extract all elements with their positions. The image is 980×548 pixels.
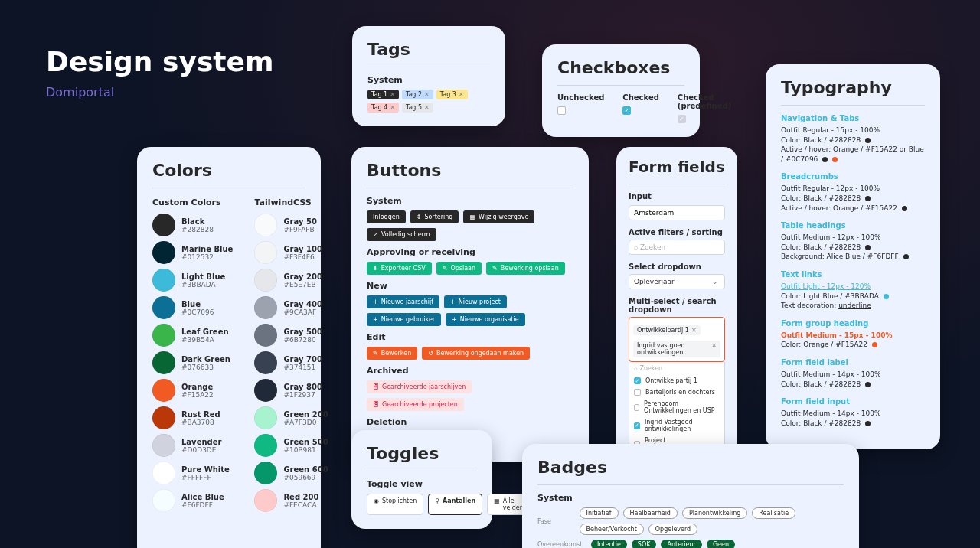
button[interactable]: ✎Bewerken — [367, 347, 417, 360]
checkbox[interactable]: ✓ — [634, 377, 641, 384]
card-title: Checkboxes — [557, 58, 684, 77]
badge: Geen — [707, 540, 735, 548]
button[interactable]: +Nieuwe jaarschijf — [367, 295, 439, 308]
toggle-option[interactable]: ◉Stoplichten — [367, 494, 423, 515]
checkbox[interactable]: ✓ — [634, 422, 640, 429]
checkbox[interactable]: ✓ — [678, 115, 686, 123]
swatch-name: Gray 400 — [283, 300, 322, 308]
badge: Realisatie — [752, 507, 795, 519]
button-label: Volledig scherm — [381, 231, 430, 238]
swatch-hex: #F3F4F6 — [283, 253, 322, 261]
tag[interactable]: Tag 3 ✕ — [436, 90, 468, 99]
page-subtitle: Domiportal — [46, 85, 273, 99]
badge: Intentie — [591, 540, 627, 548]
swatch-name: Gray 50 — [283, 217, 317, 226]
swatch-circle — [254, 379, 277, 402]
swatch-circle — [152, 296, 175, 319]
close-icon[interactable]: ✕ — [390, 104, 395, 111]
select-dropdown[interactable]: Opleverjaar — [629, 274, 725, 289]
dropdown-option[interactable]: ✓Ingrid Vastgoed ontwikkelingen — [629, 416, 724, 435]
button[interactable]: ⤢Volledig scherm — [367, 228, 436, 241]
checkbox-state: Checked (predefined)✓ — [678, 93, 731, 123]
chip[interactable]: Ingrid vastgoed ontwikkelingen ✕ — [633, 341, 720, 357]
button[interactable]: 🗄Gearchiveerde projecten — [367, 398, 464, 411]
button[interactable]: +Nieuwe gebruiker — [367, 313, 441, 326]
checkbox[interactable]: ✓ — [622, 106, 631, 115]
color-swatch: Leaf Green#39B54A — [152, 324, 233, 347]
close-icon[interactable]: ✕ — [711, 342, 717, 356]
color-dot — [902, 206, 907, 211]
swatch-circle — [152, 351, 175, 374]
close-icon[interactable]: ✕ — [390, 91, 395, 98]
close-icon[interactable]: ✕ — [424, 104, 430, 111]
option-label: Perenboom Ontwikkelingen en USP — [644, 400, 720, 414]
select-label: Select dropdown — [629, 263, 725, 271]
tag[interactable]: Tag 4 ✕ — [368, 103, 399, 113]
button[interactable]: 🗄Gearchiveerde jaarschijven — [367, 380, 472, 393]
button[interactable]: Inloggen — [367, 210, 406, 223]
color-dot — [865, 196, 871, 201]
close-icon[interactable]: ✕ — [459, 91, 464, 98]
toggle-icon: ⚲ — [435, 497, 439, 511]
swatch-hex: #A7F3D0 — [283, 419, 328, 426]
swatch-circle — [254, 324, 277, 347]
button-label: Bewerking ongedaan maken — [436, 350, 524, 357]
color-dot — [884, 294, 889, 299]
swatch-hex: #9CA3AF — [283, 308, 322, 316]
button[interactable]: ↺Bewerking ongedaan maken — [422, 347, 530, 360]
button-icon: 🗄 — [373, 383, 379, 390]
search-placeholder[interactable]: ⌕ Zoeken — [629, 362, 724, 375]
checkboxes-card: Checkboxes UncheckedChecked✓Checked (pre… — [542, 44, 700, 137]
typo-line: Background: Alice Blue / #F6FDFF — [781, 252, 925, 262]
card-title: Toggles — [367, 444, 477, 463]
close-icon[interactable]: ✕ — [424, 91, 430, 98]
swatch-hex: #6B7280 — [283, 336, 322, 344]
tag[interactable]: Tag 1 ✕ — [368, 90, 399, 99]
search-label: Active filters / sorting — [629, 228, 725, 236]
button[interactable]: ✎Opslaan — [436, 262, 482, 275]
swatch-name: Green 200 — [283, 410, 328, 419]
tags-card: Tags System Tag 1 ✕Tag 2 ✕Tag 3 ✕Tag 4 ✕… — [352, 26, 505, 126]
checkbox-label: Unchecked — [557, 93, 604, 102]
swatch-circle — [254, 462, 277, 484]
button[interactable]: ↕Sortering — [410, 210, 459, 223]
color-dot — [865, 245, 871, 250]
button[interactable]: ✎Bewerking opslaan — [486, 262, 565, 275]
dropdown-option[interactable]: Perenboom Ontwikkelingen en USP — [629, 398, 724, 416]
swatch-name: Leaf Green — [181, 328, 229, 336]
card-title: Typography — [781, 78, 925, 97]
tag[interactable]: Tag 5 ✕ — [402, 103, 433, 113]
text-input[interactable] — [629, 205, 725, 220]
checkbox[interactable] — [634, 404, 639, 411]
typo-line: Outfit Medium - 12px - 100% — [781, 233, 925, 243]
badges-card: Badges System FaseInitiatiefHaalbaarheid… — [522, 444, 859, 548]
dropdown-option[interactable]: Barteljoris en dochters — [629, 387, 724, 398]
typo-title: Navigation & Tabs — [781, 113, 925, 124]
button[interactable]: ▦Wijzig weergave — [463, 210, 534, 223]
chip[interactable]: Ontwikkelpartij 1 ✕ — [633, 325, 701, 335]
button[interactable]: +Nieuw project — [444, 295, 507, 308]
button[interactable]: +Nieuwe organisatie — [446, 313, 525, 326]
search-input[interactable]: ⌕ Zoeken — [629, 240, 725, 255]
dropdown-option[interactable]: ✓Ontwikkelpartij 1 — [629, 375, 724, 387]
section-label: System — [368, 75, 490, 85]
checkbox[interactable] — [557, 106, 566, 115]
toggle-label: Toggle view — [367, 479, 477, 489]
swatch-name: Light Blue — [181, 272, 225, 281]
color-swatch: Rust Red#BA3708 — [152, 406, 233, 429]
button[interactable]: ⬇Exporteer CSV — [367, 262, 432, 275]
close-icon[interactable]: ✕ — [691, 327, 697, 334]
toggle-option[interactable]: ⚲Aantallen — [428, 494, 482, 515]
multiselect-input[interactable]: Ontwikkelpartij 1 ✕Ingrid vastgoed ontwi… — [629, 317, 725, 362]
tag[interactable]: Tag 2 ✕ — [402, 90, 433, 99]
typo-line: Color: Black / #282828 — [781, 419, 925, 429]
button-icon: + — [373, 298, 378, 305]
section-label: Approving or receiving — [367, 247, 573, 257]
typo-line: Outfit Medium - 14px - 100% — [781, 409, 925, 419]
swatch-name: Gray 700 — [283, 355, 322, 364]
checkbox[interactable] — [634, 389, 641, 396]
swatch-name: Pure White — [181, 465, 230, 474]
swatch-circle — [152, 462, 175, 484]
swatch-circle — [152, 434, 175, 457]
typo-line: Outfit Medium - 14px - 100% — [781, 370, 925, 380]
